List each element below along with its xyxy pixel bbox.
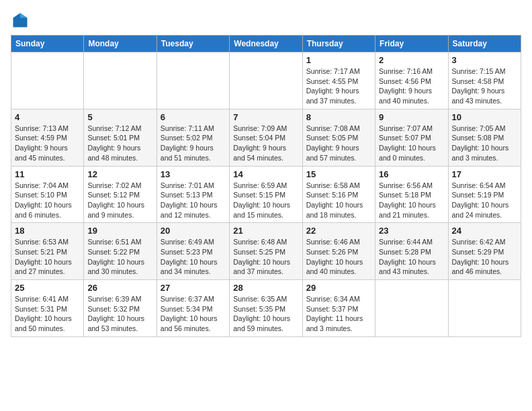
day-number: 15 xyxy=(306,169,371,179)
weekday-header: Friday xyxy=(375,36,448,52)
logo-icon xyxy=(11,11,30,30)
day-number: 5 xyxy=(87,112,152,122)
calendar-cell: 7Sunrise: 7:09 AMSunset: 5:04 PMDaylight… xyxy=(230,109,302,166)
day-info: Sunrise: 7:13 AMSunset: 4:59 PMDaylight:… xyxy=(15,124,80,163)
day-number: 25 xyxy=(15,283,80,293)
calendar-cell: 13Sunrise: 7:01 AMSunset: 5:13 PMDayligh… xyxy=(157,166,229,223)
day-info: Sunrise: 6:53 AMSunset: 5:21 PMDaylight:… xyxy=(15,237,80,277)
day-number: 1 xyxy=(306,55,371,65)
calendar-cell: 28Sunrise: 6:35 AMSunset: 5:35 PMDayligh… xyxy=(230,280,302,337)
day-info: Sunrise: 7:05 AMSunset: 5:08 PMDaylight:… xyxy=(452,124,517,163)
day-info: Sunrise: 7:16 AMSunset: 4:56 PMDaylight:… xyxy=(379,66,444,106)
day-number: 3 xyxy=(452,55,517,65)
calendar-cell: 15Sunrise: 6:58 AMSunset: 5:16 PMDayligh… xyxy=(302,166,375,223)
calendar-cell xyxy=(448,280,521,337)
day-number: 24 xyxy=(452,226,517,236)
weekday-header: Saturday xyxy=(448,36,521,52)
day-number: 23 xyxy=(379,226,444,236)
calendar-cell xyxy=(375,280,448,337)
weekday-header: Tuesday xyxy=(157,36,229,52)
day-info: Sunrise: 7:02 AMSunset: 5:12 PMDaylight:… xyxy=(87,181,152,220)
day-info: Sunrise: 6:49 AMSunset: 5:23 PMDaylight:… xyxy=(161,237,226,277)
day-number: 28 xyxy=(233,283,298,293)
calendar-week-row: 11Sunrise: 7:04 AMSunset: 5:10 PMDayligh… xyxy=(11,166,521,223)
day-number: 6 xyxy=(161,112,226,122)
day-number: 12 xyxy=(87,169,152,179)
calendar-cell: 22Sunrise: 6:46 AMSunset: 5:26 PMDayligh… xyxy=(302,223,375,280)
calendar-cell: 17Sunrise: 6:54 AMSunset: 5:19 PMDayligh… xyxy=(448,166,521,223)
day-number: 20 xyxy=(161,226,226,236)
day-number: 16 xyxy=(379,169,444,179)
day-number: 8 xyxy=(306,112,371,122)
calendar-week-row: 1Sunrise: 7:17 AMSunset: 4:55 PMDaylight… xyxy=(11,52,521,109)
day-info: Sunrise: 6:35 AMSunset: 5:35 PMDaylight:… xyxy=(233,294,298,334)
day-number: 29 xyxy=(306,283,371,293)
calendar-cell: 19Sunrise: 6:51 AMSunset: 5:22 PMDayligh… xyxy=(84,223,157,280)
day-info: Sunrise: 7:11 AMSunset: 5:02 PMDaylight:… xyxy=(161,124,226,163)
day-info: Sunrise: 7:15 AMSunset: 4:58 PMDaylight:… xyxy=(452,66,517,106)
day-info: Sunrise: 6:46 AMSunset: 5:26 PMDaylight:… xyxy=(306,237,371,277)
calendar-cell: 11Sunrise: 7:04 AMSunset: 5:10 PMDayligh… xyxy=(11,166,84,223)
day-number: 17 xyxy=(452,169,517,179)
day-number: 9 xyxy=(379,112,444,122)
day-info: Sunrise: 6:42 AMSunset: 5:29 PMDaylight:… xyxy=(452,237,517,277)
day-info: Sunrise: 6:51 AMSunset: 5:22 PMDaylight:… xyxy=(87,237,152,277)
day-info: Sunrise: 6:39 AMSunset: 5:32 PMDaylight:… xyxy=(87,294,152,334)
day-info: Sunrise: 7:08 AMSunset: 5:05 PMDaylight:… xyxy=(306,124,371,163)
day-info: Sunrise: 6:58 AMSunset: 5:16 PMDaylight:… xyxy=(306,181,371,220)
calendar-cell: 3Sunrise: 7:15 AMSunset: 4:58 PMDaylight… xyxy=(448,52,521,109)
day-number: 21 xyxy=(233,226,298,236)
weekday-header: Wednesday xyxy=(230,36,302,52)
calendar-cell: 20Sunrise: 6:49 AMSunset: 5:23 PMDayligh… xyxy=(157,223,229,280)
day-number: 10 xyxy=(452,112,517,122)
day-info: Sunrise: 7:01 AMSunset: 5:13 PMDaylight:… xyxy=(161,181,226,220)
logo xyxy=(11,11,32,30)
day-number: 13 xyxy=(161,169,226,179)
day-info: Sunrise: 7:17 AMSunset: 4:55 PMDaylight:… xyxy=(306,66,371,106)
calendar-cell: 29Sunrise: 6:34 AMSunset: 5:37 PMDayligh… xyxy=(302,280,375,337)
calendar-cell: 16Sunrise: 6:56 AMSunset: 5:18 PMDayligh… xyxy=(375,166,448,223)
day-info: Sunrise: 6:41 AMSunset: 5:31 PMDaylight:… xyxy=(15,294,80,334)
day-number: 26 xyxy=(87,283,152,293)
calendar-cell: 6Sunrise: 7:11 AMSunset: 5:02 PMDaylight… xyxy=(157,109,229,166)
day-number: 7 xyxy=(233,112,298,122)
day-number: 27 xyxy=(161,283,226,293)
calendar-cell: 27Sunrise: 6:37 AMSunset: 5:34 PMDayligh… xyxy=(157,280,229,337)
day-info: Sunrise: 6:34 AMSunset: 5:37 PMDaylight:… xyxy=(306,294,371,334)
day-info: Sunrise: 6:59 AMSunset: 5:15 PMDaylight:… xyxy=(233,181,298,220)
day-number: 4 xyxy=(15,112,80,122)
calendar-cell: 5Sunrise: 7:12 AMSunset: 5:01 PMDaylight… xyxy=(84,109,157,166)
calendar-cell: 23Sunrise: 6:44 AMSunset: 5:28 PMDayligh… xyxy=(375,223,448,280)
calendar-cell: 12Sunrise: 7:02 AMSunset: 5:12 PMDayligh… xyxy=(84,166,157,223)
day-info: Sunrise: 7:12 AMSunset: 5:01 PMDaylight:… xyxy=(87,124,152,163)
day-number: 11 xyxy=(15,169,80,179)
calendar-week-row: 4Sunrise: 7:13 AMSunset: 4:59 PMDaylight… xyxy=(11,109,521,166)
calendar-cell: 18Sunrise: 6:53 AMSunset: 5:21 PMDayligh… xyxy=(11,223,84,280)
calendar-cell xyxy=(157,52,229,109)
page-header xyxy=(11,11,521,30)
calendar-cell xyxy=(11,52,84,109)
calendar-cell: 1Sunrise: 7:17 AMSunset: 4:55 PMDaylight… xyxy=(302,52,375,109)
day-number: 19 xyxy=(87,226,152,236)
day-number: 2 xyxy=(379,55,444,65)
calendar-cell: 4Sunrise: 7:13 AMSunset: 4:59 PMDaylight… xyxy=(11,109,84,166)
calendar-cell: 26Sunrise: 6:39 AMSunset: 5:32 PMDayligh… xyxy=(84,280,157,337)
day-number: 22 xyxy=(306,226,371,236)
calendar-cell: 25Sunrise: 6:41 AMSunset: 5:31 PMDayligh… xyxy=(11,280,84,337)
day-info: Sunrise: 6:54 AMSunset: 5:19 PMDaylight:… xyxy=(452,181,517,220)
day-number: 18 xyxy=(15,226,80,236)
day-number: 14 xyxy=(233,169,298,179)
calendar-header-row: SundayMondayTuesdayWednesdayThursdayFrid… xyxy=(11,36,521,52)
calendar-cell: 2Sunrise: 7:16 AMSunset: 4:56 PMDaylight… xyxy=(375,52,448,109)
day-info: Sunrise: 6:56 AMSunset: 5:18 PMDaylight:… xyxy=(379,181,444,220)
calendar-cell: 21Sunrise: 6:48 AMSunset: 5:25 PMDayligh… xyxy=(230,223,302,280)
calendar-table: SundayMondayTuesdayWednesdayThursdayFrid… xyxy=(11,35,521,337)
day-info: Sunrise: 7:09 AMSunset: 5:04 PMDaylight:… xyxy=(233,124,298,163)
calendar-cell: 14Sunrise: 6:59 AMSunset: 5:15 PMDayligh… xyxy=(230,166,302,223)
calendar-cell: 10Sunrise: 7:05 AMSunset: 5:08 PMDayligh… xyxy=(448,109,521,166)
weekday-header: Thursday xyxy=(302,36,375,52)
weekday-header: Monday xyxy=(84,36,157,52)
calendar-cell: 8Sunrise: 7:08 AMSunset: 5:05 PMDaylight… xyxy=(302,109,375,166)
day-info: Sunrise: 6:44 AMSunset: 5:28 PMDaylight:… xyxy=(379,237,444,277)
calendar-week-row: 25Sunrise: 6:41 AMSunset: 5:31 PMDayligh… xyxy=(11,280,521,337)
